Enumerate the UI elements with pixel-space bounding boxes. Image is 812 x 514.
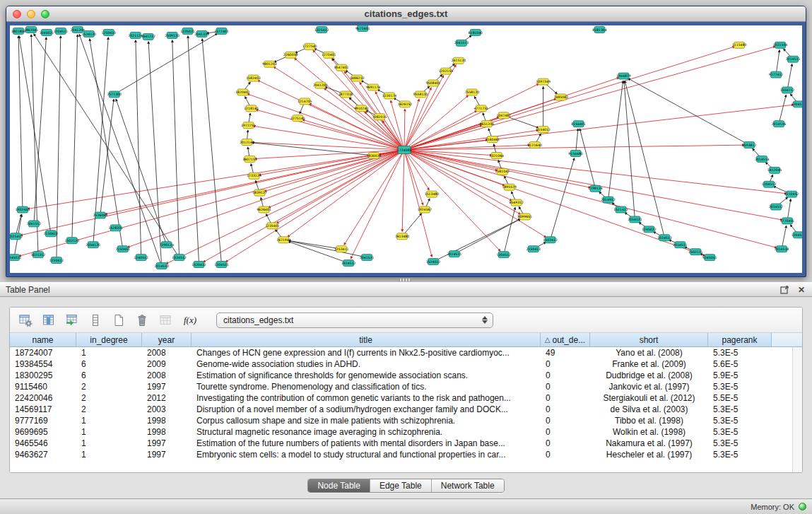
graph-edge[interactable] — [114, 34, 218, 95]
graph-node[interactable]: 1204521 — [214, 262, 229, 268]
graph-node[interactable]: 9691174 — [366, 84, 381, 90]
graph-node[interactable]: 1210452 — [784, 191, 799, 197]
graph-node[interactable]: 1082015 — [372, 114, 387, 120]
graph-node[interactable]: 8547401 — [334, 64, 349, 71]
graph-node[interactable]: 3607151 — [242, 156, 257, 162]
table-settings-icon[interactable] — [17, 312, 34, 329]
import-table-icon[interactable] — [64, 312, 81, 329]
graph-edge[interactable] — [624, 81, 635, 220]
graph-edge[interactable] — [782, 226, 787, 249]
graph-node[interactable]: 2150451 — [115, 246, 130, 252]
column-header-out-de[interactable]: △out_de... — [541, 333, 590, 346]
graph-node[interactable]: 2014511 — [673, 242, 688, 248]
graph-node[interactable]: 2571300 — [107, 91, 122, 98]
graph-node[interactable]: 8181040 — [469, 29, 483, 35]
graph-node[interactable]: 4771751 — [474, 105, 489, 112]
graph-node[interactable]: 1204513 — [762, 181, 777, 187]
graph-node[interactable]: 1204514 — [792, 101, 802, 107]
graph-edge[interactable] — [404, 150, 777, 247]
graph-edge[interactable] — [269, 150, 404, 208]
graph-node[interactable]: 2041325 — [194, 30, 209, 37]
table-row[interactable]: 977716911998Corpus callosum shape and si… — [10, 415, 792, 426]
table-vertical-scrollbar[interactable] — [792, 347, 802, 472]
graph-node[interactable]: 1593812 — [742, 142, 757, 148]
graph-edge[interactable] — [404, 150, 423, 205]
column-header-name[interactable]: name — [10, 333, 76, 346]
graph-edge[interactable] — [34, 34, 180, 257]
graph-node[interactable]: 1250412 — [49, 257, 64, 264]
graph-node[interactable]: 1932451 — [16, 206, 30, 213]
graph-node[interactable]: 1218140 — [244, 105, 259, 112]
graph-node[interactable]: 2014514 — [755, 156, 770, 162]
float-panel-icon[interactable] — [779, 285, 789, 295]
graph-edge[interactable] — [551, 158, 575, 240]
graph-node[interactable]: 9245051 — [702, 255, 717, 261]
graph-edge[interactable] — [313, 50, 404, 150]
graph-edge[interactable] — [628, 78, 750, 145]
table-row[interactable]: 969969511998Structural magnetic resonanc… — [10, 426, 792, 438]
graph-node[interactable]: 1582403 — [246, 75, 261, 81]
tab-node-table[interactable]: Node Table — [308, 479, 370, 492]
network-canvas[interactable]: 1724085158240318204021218140197275520121… — [10, 25, 802, 273]
graph-node[interactable]: 1097349 — [536, 78, 551, 85]
column-header-pagerank[interactable]: pagerank — [708, 333, 772, 346]
table-row[interactable]: 2242004622012Investigating the contribut… — [10, 392, 792, 404]
graph-node[interactable]: 2041521 — [360, 255, 375, 261]
window-titlebar[interactable]: citations_edges.txt — [6, 6, 806, 22]
graph-edge[interactable] — [127, 150, 404, 247]
graph-node[interactable]: 7581042 — [495, 168, 510, 175]
graph-node[interactable]: 1524012 — [426, 259, 441, 265]
graph-node[interactable]: 1504212 — [780, 87, 795, 93]
graph-edge[interactable] — [204, 150, 404, 262]
graph-node[interactable]: 2041512 — [27, 221, 42, 227]
graph-node[interactable]: 9154480 — [568, 150, 583, 156]
graph-edge[interactable] — [295, 58, 404, 150]
graph-edge[interactable] — [252, 143, 374, 156]
graph-node[interactable]: 1321064 — [490, 152, 505, 158]
graph-node[interactable]: 3160461 — [486, 136, 500, 143]
graph-node[interactable]: 1412045 — [767, 167, 782, 173]
graph-node[interactable]: 1924567 — [418, 206, 433, 213]
graph-node[interactable]: 2014912 — [601, 197, 616, 203]
graph-node[interactable]: 1727540 — [302, 43, 317, 49]
graph-node[interactable]: 1830029 — [367, 152, 382, 158]
graph-node[interactable]: 1204512 — [497, 252, 512, 258]
graph-node[interactable]: 1202155 — [439, 68, 454, 74]
graph-node[interactable]: 1520412 — [192, 262, 206, 268]
graph-node[interactable]: 2014515 — [786, 56, 801, 62]
graph-node[interactable]: 1521412 — [613, 206, 628, 213]
graph-node[interactable]: 1502412 — [543, 237, 558, 243]
graph-node[interactable]: 2041513 — [454, 40, 469, 46]
tab-edge-table[interactable]: Edge Table — [370, 479, 432, 492]
graph-node[interactable]: 1528331 — [109, 225, 124, 231]
graph-node[interactable]: 2014516 — [772, 121, 787, 127]
graph-hub-node[interactable]: 1724085 — [397, 146, 412, 154]
graph-node[interactable]: 7671944 — [276, 237, 291, 243]
graph-edge[interactable] — [576, 129, 578, 153]
new-table-icon[interactable] — [110, 312, 127, 329]
graph-node[interactable]: 2415120 — [452, 57, 466, 64]
graph-node[interactable]: 1799124 — [588, 185, 603, 192]
graph-node[interactable]: 1235021 — [180, 28, 195, 34]
graph-node[interactable]: 2054120 — [86, 242, 101, 248]
graph-node[interactable]: 6651204 — [480, 121, 495, 127]
graph-node[interactable]: 1204515 — [792, 232, 802, 238]
close-button[interactable] — [13, 10, 21, 18]
graph-node[interactable]: 1025412 — [10, 233, 23, 240]
graph-node[interactable]: 1115480 — [732, 42, 747, 48]
graph-node[interactable]: 9801203 — [262, 61, 277, 67]
graph-node[interactable]: 1245021 — [10, 255, 21, 261]
graph-node[interactable]: 2150413 — [526, 246, 541, 252]
graph-node[interactable]: 1820402 — [235, 89, 250, 95]
graph-node[interactable]: 1733129 — [247, 173, 261, 179]
table-row[interactable]: 946554611997Estimation of the future num… — [10, 438, 792, 449]
graph-node[interactable]: 9277412 — [769, 71, 784, 78]
graph-node[interactable]: 2260058 — [283, 52, 298, 58]
graph-node[interactable]: 1572401 — [214, 28, 229, 34]
graph-node[interactable]: 7235401 — [265, 223, 280, 229]
row-height-icon[interactable] — [87, 312, 104, 329]
graph-node[interactable]: 2014517 — [769, 204, 784, 210]
graph-edge[interactable] — [18, 36, 23, 210]
column-header-in-degree[interactable]: in_degree — [76, 333, 142, 346]
graph-node[interactable]: 1502121 — [688, 249, 703, 255]
